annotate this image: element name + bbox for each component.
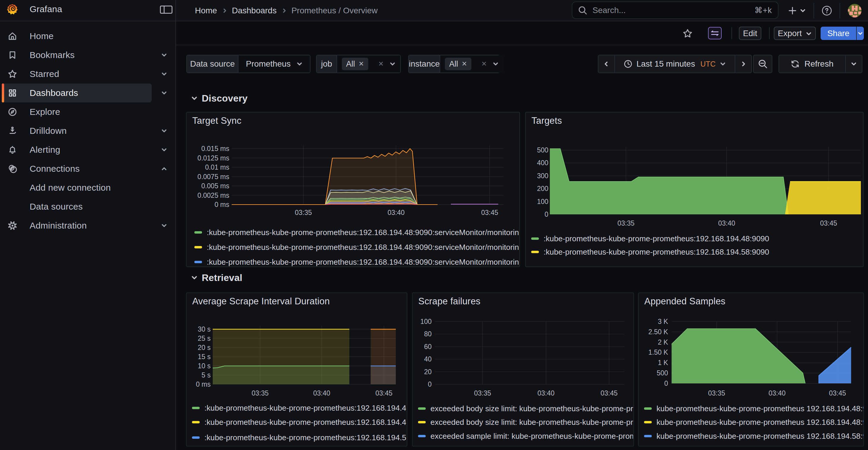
svg-text:03:45: 03:45 (481, 209, 498, 217)
svg-text:03:35: 03:35 (251, 389, 269, 397)
svg-text:03:35: 03:35 (295, 209, 312, 217)
svg-text:1 K: 1 K (658, 359, 668, 366)
svg-text:5 s: 5 s (202, 371, 211, 379)
svg-text:kube-prometheus-kube-prome-pro: kube-prometheus-kube-prome-prometheus 19… (656, 404, 863, 413)
svg-text:0.0125 ms: 0.0125 ms (197, 154, 229, 162)
svg-text:03:40: 03:40 (313, 389, 330, 397)
svg-text:03:35: 03:35 (617, 219, 634, 227)
svg-text:25 s: 25 s (198, 334, 211, 342)
svg-text:exceeded body size limit: kube: exceeded body size limit: kube-prometheu… (430, 418, 633, 427)
svg-text:10 s: 10 s (198, 362, 211, 370)
svg-text::kube-prometheus-kube-prome-pr: :kube-prometheus-kube-prome-prometheus:1… (544, 234, 769, 243)
svg-text:03:45: 03:45 (829, 389, 846, 397)
svg-text:03:35: 03:35 (708, 389, 725, 397)
svg-text::kube-prometheus-kube-prome-pr: :kube-prometheus-kube-prome-prometheus:1… (205, 433, 406, 442)
svg-text:03:40: 03:40 (769, 389, 786, 397)
svg-text:03:45: 03:45 (600, 389, 618, 397)
svg-text::kube-prometheus-kube-prome-pr: :kube-prometheus-kube-prome-prometheus:1… (205, 404, 406, 412)
svg-text::kube-prometheus-kube-prome-pr: :kube-prometheus-kube-prome-prometheus:1… (207, 243, 519, 252)
svg-text:0.015 ms: 0.015 ms (201, 145, 229, 153)
svg-text:2.50 K: 2.50 K (649, 328, 668, 336)
svg-text:0: 0 (545, 211, 548, 218)
svg-text:200: 200 (537, 185, 548, 192)
svg-text:15 s: 15 s (198, 353, 211, 361)
svg-text:0: 0 (428, 380, 432, 388)
svg-text:20: 20 (424, 368, 432, 376)
svg-text:kube-prometheus-kube-prome-pro: kube-prometheus-kube-prome-prometheus 19… (656, 418, 863, 427)
svg-text:80: 80 (424, 330, 432, 338)
svg-text:0: 0 (664, 380, 668, 387)
svg-text::kube-prometheus-kube-prome-pr: :kube-prometheus-kube-prome-prometheus:1… (207, 228, 519, 237)
svg-text:2 K: 2 K (658, 339, 668, 346)
svg-text:kube-prometheus-kube-prome-pro: kube-prometheus-kube-prome-prometheus 19… (656, 432, 863, 441)
svg-text:03:45: 03:45 (820, 219, 837, 227)
svg-text:0 ms: 0 ms (215, 201, 229, 208)
svg-text:1.50 K: 1.50 K (649, 349, 668, 356)
svg-text:0 ms: 0 ms (196, 380, 211, 388)
svg-text:exceeded sample limit: kube-pr: exceeded sample limit: kube-prometheus-k… (430, 432, 633, 441)
svg-text:100: 100 (537, 198, 548, 205)
svg-text:0.0025 ms: 0.0025 ms (197, 192, 229, 199)
svg-text::kube-prometheus-kube-prome-pr: :kube-prometheus-kube-prome-prometheus:1… (205, 418, 406, 427)
svg-text:500: 500 (537, 146, 548, 154)
svg-text:0.005 ms: 0.005 ms (201, 182, 229, 190)
svg-text:0.01 ms: 0.01 ms (205, 163, 229, 171)
svg-text:30 s: 30 s (198, 325, 211, 333)
svg-text:400: 400 (537, 159, 548, 167)
svg-text:exceeded body size limit: kube: exceeded body size limit: kube-prometheu… (430, 404, 633, 413)
svg-text:03:35: 03:35 (474, 389, 491, 397)
svg-text:60: 60 (424, 343, 432, 351)
svg-text:40: 40 (424, 355, 432, 363)
svg-text:03:40: 03:40 (537, 389, 555, 397)
svg-text:0.0075 ms: 0.0075 ms (197, 173, 229, 181)
svg-text:03:40: 03:40 (718, 219, 735, 227)
svg-text:300: 300 (537, 172, 548, 180)
svg-text::kube-prometheus-kube-prome-pr: :kube-prometheus-kube-prome-prometheus:1… (207, 258, 519, 266)
svg-text:03:45: 03:45 (375, 389, 393, 397)
svg-text:03:40: 03:40 (388, 209, 405, 217)
svg-text:20 s: 20 s (198, 344, 211, 351)
svg-text::kube-prometheus-kube-prome-pr: :kube-prometheus-kube-prome-prometheus:1… (544, 248, 769, 256)
svg-text:500: 500 (657, 369, 668, 377)
svg-text:100: 100 (421, 318, 432, 325)
svg-text:3 K: 3 K (658, 318, 668, 325)
